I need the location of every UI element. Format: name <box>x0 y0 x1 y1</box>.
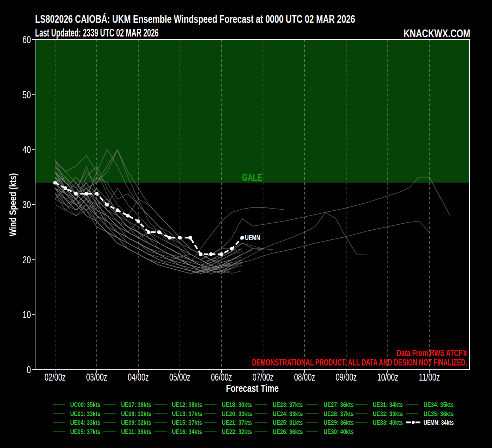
legend-label-UE27: UE27: 36kts <box>324 401 354 408</box>
legend-item-UE15: UE15: 37kts <box>154 419 202 426</box>
mean-marker <box>64 186 67 190</box>
mean-marker <box>53 181 57 185</box>
legend-item-UE16: UE16: 34kts <box>154 428 202 435</box>
mean-marker <box>126 214 130 218</box>
y-tick-label-20: 20 <box>22 254 31 265</box>
legend-label-UE21: UE21: 37kts <box>222 419 252 426</box>
mean-marker <box>95 192 99 196</box>
y-tick-label-40: 40 <box>22 144 31 155</box>
x-tick-label-08/00z: 08/00z <box>294 371 315 383</box>
legend-label-UE32: UE32: 33kts <box>373 410 403 417</box>
legend-item-UC00: UC00: 35kts <box>53 401 100 408</box>
mean-marker <box>230 247 234 251</box>
legend-label-UE01: UE01: 33kts <box>70 410 100 417</box>
y-tick-label-30: 30 <box>22 199 31 210</box>
x-tick-labels: 02/00z03/00z04/00z05/00z06/00z07/00z08/0… <box>45 371 440 383</box>
legend-swatch-mean-marker <box>412 421 415 424</box>
gale-region <box>35 40 470 183</box>
legend-item-UE08: UE08: 32kts <box>104 410 151 417</box>
mean-marker <box>240 236 244 240</box>
mean-marker <box>199 252 202 256</box>
legend-item-UE30: UE30: 40kts <box>306 428 354 435</box>
legend-label-UE30: UE30: 40kts <box>324 428 354 435</box>
legend-item-UE24: UE24: 33kts <box>255 410 303 417</box>
chart-svg: LS802026 CAIOBÁ: UKM Ensemble Windspeed … <box>0 0 492 448</box>
y-tick-label-10: 10 <box>22 309 31 320</box>
y-tick-label-60: 60 <box>22 34 31 45</box>
legend-item-UE07: UE07: 38kts <box>104 401 151 408</box>
legend-label-UE24: UE24: 33kts <box>273 410 303 417</box>
legend-item-UE28: UE28: 37kts <box>306 410 354 417</box>
x-tick-label-02/00z: 02/00z <box>45 371 66 383</box>
legend-item-UE11: UE11: 36kts <box>104 428 151 435</box>
member-line-UE35 <box>55 172 242 272</box>
legend-label-UEMN: UEMN: 34kts <box>424 419 454 426</box>
legend-label-UE07: UE07: 38kts <box>121 401 151 408</box>
legend-item-UE01: UE01: 33kts <box>53 410 100 417</box>
x-tick-label-04/00z: 04/00z <box>128 371 149 383</box>
x-tick-label-06/00z: 06/00z <box>211 371 232 383</box>
x-axis-label: Forecast Time <box>226 383 279 394</box>
mean-marker <box>157 230 161 234</box>
legend-label-UE12: UE12: 38kts <box>172 401 202 408</box>
gale-threshold-label: GALE <box>242 171 262 183</box>
x-tick-label-10/00z: 10/00z <box>377 371 398 383</box>
legend-item-UE29: UE29: 36kts <box>306 419 354 426</box>
legend-item-UE35: UE35: 36kts <box>406 410 454 417</box>
legend: UC00: 35ktsUE01: 33ktsUE04: 33ktsUE05: 3… <box>53 401 454 435</box>
legend-item-UE23: UE23: 37kts <box>255 401 303 408</box>
mean-marker <box>178 236 182 240</box>
disclaimer-notice: DEMONSTRATIONAL PRODUCT. ALL DATA AND DE… <box>252 357 467 368</box>
legend-item-UE33: UE33: 40kts <box>355 419 403 426</box>
legend-label-UE26: UE26: 36kts <box>273 428 303 435</box>
mean-marker <box>147 230 151 234</box>
y-tick-label-50: 50 <box>22 89 31 100</box>
legend-item-UEMN: UEMN: 34kts <box>406 419 454 426</box>
legend-item-UE04: UE04: 33kts <box>53 419 100 426</box>
legend-label-UE34: UE34: 35kts <box>424 401 454 408</box>
mean-marker <box>220 252 224 256</box>
mean-marker <box>168 236 172 240</box>
legend-item-UE32: UE32: 33kts <box>355 410 403 417</box>
chart-subtitle: Last Updated: 2339 UTC 02 MAR 2026 <box>35 26 159 39</box>
legend-item-UE18: UE18: 30kts <box>204 401 252 408</box>
legend-label-UE16: UE16: 34kts <box>172 428 202 435</box>
mean-marker <box>137 219 140 223</box>
y-axis-label: Wind Speed (kts) <box>7 173 18 236</box>
legend-item-UE26: UE26: 36kts <box>255 428 303 435</box>
x-tick-label-09/00z: 09/00z <box>336 371 357 383</box>
legend-label-UE15: UE15: 37kts <box>172 419 202 426</box>
legend-label-UE20: UE20: 33kts <box>222 410 252 417</box>
legend-label-UE08: UE08: 32kts <box>121 410 151 417</box>
legend-item-UE27: UE27: 36kts <box>306 401 354 408</box>
legend-label-UE04: UE04: 33kts <box>70 419 100 426</box>
mean-marker <box>188 236 192 240</box>
x-tick-label-11/00z: 11/00z <box>419 371 440 383</box>
legend-label-UC00: UC00: 35kts <box>70 401 100 408</box>
legend-item-UE13: UE13: 37kts <box>154 410 202 417</box>
legend-label-UE28: UE28: 37kts <box>324 410 354 417</box>
legend-item-UE21: UE21: 37kts <box>204 419 252 426</box>
brand-watermark: KNACKWX.COM <box>404 27 470 40</box>
legend-label-UE18: UE18: 30kts <box>222 401 252 408</box>
mean-marker <box>115 208 119 212</box>
chart-title: LS802026 CAIOBÁ: UKM Ensemble Windspeed … <box>35 13 355 25</box>
legend-label-UE33: UE33: 40kts <box>373 419 403 426</box>
legend-item-UE25: UE25: 31kts <box>255 419 303 426</box>
y-tick-labels: 0102030405060 <box>22 34 31 375</box>
mean-marker <box>209 252 213 256</box>
x-tick-label-07/00z: 07/00z <box>253 371 274 383</box>
legend-label-UE22: UE22: 32kts <box>222 428 252 435</box>
legend-item-UE31: UE31: 34kts <box>355 401 403 408</box>
y-tick-label-0: 0 <box>27 364 31 375</box>
legend-label-UE31: UE31: 34kts <box>373 401 403 408</box>
legend-item-UE12: UE12: 38kts <box>154 401 202 408</box>
mean-marker <box>105 203 109 207</box>
legend-label-UE29: UE29: 36kts <box>324 419 354 426</box>
legend-item-UE09: UE09: 32kts <box>104 419 151 426</box>
legend-item-UE05: UE05: 37kts <box>53 428 100 435</box>
member-line-UE28 <box>55 177 450 260</box>
legend-label-UE25: UE25: 31kts <box>273 419 303 426</box>
x-tick-label-03/00z: 03/00z <box>86 371 107 383</box>
x-tick-label-05/00z: 05/00z <box>169 371 191 383</box>
